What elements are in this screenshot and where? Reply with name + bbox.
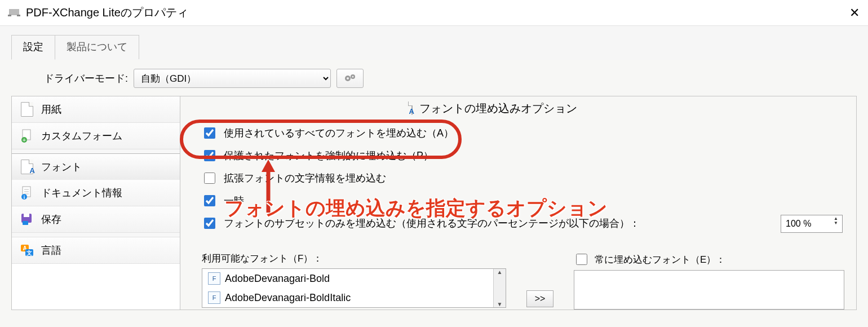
svg-text:+: + [23,137,26,143]
title-bar: PDF-XChange Liteのプロパティ ✕ [0,0,868,26]
tab-strip: 設定 製品について [0,26,868,59]
font-icon: A [20,160,34,174]
doc-info-icon: i [20,185,34,200]
scrollbar[interactable]: ▲▼ [493,269,506,307]
move-buttons: >> [526,290,553,310]
available-fonts-label: 利用可能なフォント（F）： [202,252,506,268]
sidebar-item-label: カスタムフォーム [41,129,122,143]
subset-percent-input[interactable]: 100 % ▲ ▼ [781,215,843,233]
tab-settings[interactable]: 設定 [11,35,55,60]
check-label: 保護されたフォントを強制的に埋め込む（P） [224,149,433,162]
driver-mode-label: ドライバーモード: [44,72,128,85]
check-extended-info-row: 拡張フォントの文字情報を埋め込む [202,167,856,189]
sidebar-item-label: ドキュメント情報 [41,186,122,200]
gear-icon [343,73,357,84]
always-embed-label: 常に埋め込むフォント（E）： [595,253,725,266]
check-label: 拡張フォントの文字情報を埋め込む [224,171,386,185]
sidebar-item-language[interactable]: A文 言語 [12,237,180,264]
available-fonts-column: 利用可能なフォント（F）： F AdobeDevanagari-Bold F A… [202,252,506,310]
save-icon [20,212,34,227]
check-temp-row: 一時 [202,189,856,212]
font-name: AdobeDevanagari-Bold [225,273,330,285]
spinner-down-icon[interactable]: ▼ [831,221,841,226]
window-title: PDF-XChange Liteのプロパティ [26,5,188,20]
sidebar-item-doc-info[interactable]: i ドキュメント情報 [12,180,180,206]
font-file-icon: F [208,272,220,285]
font-file-icon: F [208,291,220,304]
font-icon: A [411,102,413,115]
check-always-embed-header[interactable] [576,254,587,265]
sidebar-item-custom-forms[interactable]: + カスタムフォーム [12,123,180,149]
fonts-settings-panel: A フォントの埋め込みオプション 使用されているすべてのフォントを埋め込む（A）… [180,96,857,310]
check-force-protected[interactable] [204,150,215,161]
svg-point-3 [352,76,354,78]
svg-text:i: i [24,195,25,200]
app-icon [8,8,20,18]
check-subset[interactable] [204,218,215,229]
available-fonts-list[interactable]: F AdobeDevanagari-Bold F AdobeDevanagari… [202,268,506,308]
driver-mode-select[interactable]: 自動（GDI） [134,69,331,88]
paper-icon [20,102,34,117]
sidebar-item-label: 言語 [41,244,61,257]
move-right-button[interactable]: >> [526,290,553,307]
svg-rect-14 [24,214,29,217]
check-embed-all-row: 使用されているすべてのフォントを埋め込む（A） [202,122,856,144]
panel-title: フォントの埋め込みオプション [419,101,577,116]
sidebar-item-paper[interactable]: 用紙 [12,96,180,123]
check-temp[interactable] [204,195,215,206]
check-label: 使用されているすべてのフォントを埋め込む（A） [224,126,454,140]
always-embed-list[interactable] [574,270,844,310]
panel-header: A フォントの埋め込みオプション [180,96,856,122]
tab-about[interactable]: 製品について [55,35,139,59]
subset-percent-wrap: 100 % ▲ ▼ [781,215,843,233]
check-embed-all[interactable] [204,127,215,139]
font-name: AdobeDevanagari-BoldItalic [225,292,351,304]
sidebar-item-save[interactable]: 保存 [12,206,180,233]
check-extended-info[interactable] [204,173,215,184]
svg-text:文: 文 [26,250,32,256]
language-icon: A文 [20,243,34,258]
sidebar-item-label: フォント [41,160,82,174]
close-button[interactable]: ✕ [845,4,863,22]
custom-form-icon: + [20,129,34,143]
sidebar-item-fonts[interactable]: A フォント [11,153,180,180]
sidebar-item-label: 保存 [41,213,61,226]
svg-rect-15 [23,221,28,225]
always-embed-column: 常に埋め込むフォント（E）： [574,252,844,310]
svg-point-1 [347,77,349,79]
settings-sidebar: 用紙 + カスタムフォーム A フォント i ドキュメント [11,96,180,310]
list-item[interactable]: F AdobeDevanagari-BoldItalic [202,288,506,307]
sidebar-item-label: 用紙 [41,103,61,116]
check-label: 一時 [224,194,244,207]
driver-mode-row: ドライバーモード: 自動（GDI） [11,63,857,96]
check-label: フォントのサブセットのみを埋め込む（使用される文字のパーセンテージが以下の場合）… [224,216,640,230]
list-item[interactable]: F AdobeDevanagari-Bold [202,269,506,288]
driver-mode-gear-button[interactable] [336,69,364,88]
subset-percent-value: 100 % [786,219,811,229]
check-subset-row: フォントのサブセットのみを埋め込む（使用される文字のパーセンテージが以下の場合）… [202,212,856,235]
check-force-protected-row: 保護されたフォントを強制的に埋め込む（P） [202,144,856,167]
